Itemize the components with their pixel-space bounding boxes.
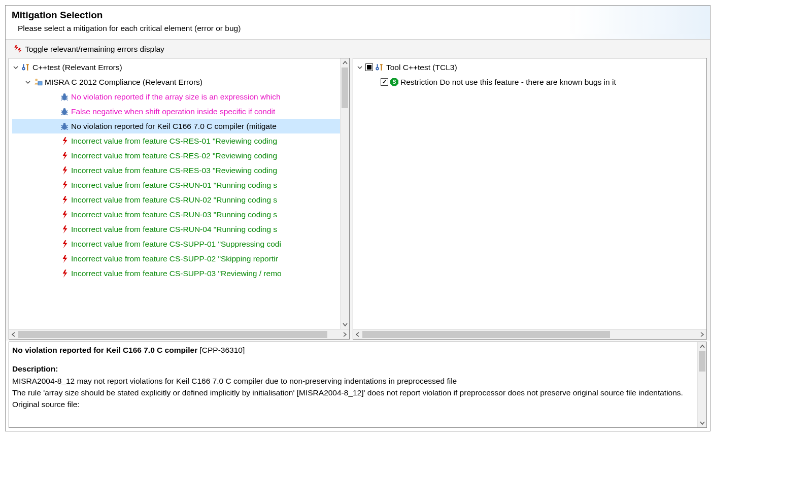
svg-point-7 <box>63 123 66 125</box>
tree-item[interactable]: No violation reported for Keil C166 7.0 … <box>12 119 349 133</box>
details-title-bold: No violation reported for Keil C166 7.0 … <box>12 346 197 354</box>
tree-node-tool[interactable]: Tool C++test (TCL3) <box>356 60 706 75</box>
scroll-up-icon[interactable] <box>698 342 706 351</box>
tree-item-label: Incorrect value from feature CS-RES-01 "… <box>71 133 277 148</box>
chevron-down-icon[interactable] <box>24 79 31 86</box>
page-subtitle: Please select a mitigation for each crit… <box>12 24 704 33</box>
tree-item[interactable]: False negative when shift operation insi… <box>12 104 349 119</box>
details-title-code: [CPP-36310] <box>197 346 245 354</box>
tree-item[interactable]: Incorrect value from feature CS-RUN-02 "… <box>12 192 349 207</box>
scroll-right-icon[interactable] <box>340 330 349 339</box>
tree-node-restriction[interactable]: S Restriction Do not use this feature - … <box>356 75 706 89</box>
mitigations-tree-pane: Tool C++test (TCL3) S Restriction Do not… <box>353 58 707 340</box>
mitigations-tree[interactable]: Tool C++test (TCL3) S Restriction Do not… <box>353 58 706 329</box>
tree-node-group[interactable]: MISRA C 2012 Compliance (Relevant Errors… <box>12 75 349 89</box>
details-pane: No violation reported for Keil C166 7.0 … <box>9 342 707 428</box>
tree-item-label: Incorrect value from feature CS-RUN-02 "… <box>71 192 277 207</box>
tree-item-label: Incorrect value from feature CS-RUN-01 "… <box>71 178 277 192</box>
description-line: MISRA2004-8_12 may not report violations… <box>12 375 696 387</box>
chevron-down-icon[interactable] <box>12 64 19 71</box>
tree-item-label: False negative when shift operation insi… <box>71 104 275 119</box>
tree-item[interactable]: Incorrect value from feature CS-SUPP-03 … <box>12 266 349 281</box>
svg-rect-1 <box>38 81 42 85</box>
description-line: Original source file: <box>12 398 696 410</box>
dialog-header: Mitigation Selection Please select a mit… <box>6 6 710 40</box>
mitigation-selection-window: Mitigation Selection Please select a mit… <box>5 5 710 431</box>
error-toggle-icon[interactable] <box>13 45 22 54</box>
tree-label: MISRA C 2012 Compliance (Relevant Errors… <box>45 75 202 89</box>
svg-point-0 <box>35 79 38 81</box>
svg-point-3 <box>63 93 66 96</box>
description-line: The rule 'array size should be stated ex… <box>12 387 696 398</box>
tree-item-label: Incorrect value from feature CS-SUPP-03 … <box>71 266 282 281</box>
bug-icon <box>60 107 69 116</box>
scroll-thumb[interactable] <box>362 331 610 338</box>
bug-icon <box>60 92 69 102</box>
scroll-thumb[interactable] <box>18 331 327 338</box>
page-title: Mitigation Selection <box>12 10 704 21</box>
tree-item-label: Incorrect value from feature CS-RES-02 "… <box>71 148 277 163</box>
restriction-badge-icon: S <box>390 78 398 86</box>
tree-item-label: No violation reported if the array size … <box>71 89 281 104</box>
scroll-left-icon[interactable] <box>9 330 18 339</box>
tree-item-label: No violation reported for Keil C166 7.0 … <box>71 119 277 133</box>
tree-item[interactable]: Incorrect value from feature CS-RUN-04 "… <box>12 222 349 237</box>
error-bolt-icon <box>60 151 69 160</box>
panels-row: C++test (Relevant Errors)MISRA C 2012 Co… <box>6 58 710 341</box>
tree-item[interactable]: Incorrect value from feature CS-SUPP-02 … <box>12 251 349 266</box>
error-bolt-icon <box>60 166 69 175</box>
tree-item[interactable]: Incorrect value from feature CS-RES-01 "… <box>12 133 349 148</box>
error-bolt-icon <box>60 254 69 263</box>
error-bolt-icon <box>60 240 69 249</box>
scroll-thumb[interactable] <box>342 68 348 108</box>
details-vscrollbar[interactable] <box>697 342 706 427</box>
scroll-down-icon[interactable] <box>698 418 706 427</box>
error-bolt-icon <box>60 181 69 190</box>
tree-item[interactable]: Incorrect value from feature CS-SUPP-01 … <box>12 237 349 251</box>
left-vscrollbar[interactable] <box>340 58 349 329</box>
scroll-right-icon[interactable] <box>697 330 706 339</box>
scroll-left-icon[interactable] <box>353 330 362 339</box>
tree-label: Restriction Do not use this feature - th… <box>400 75 616 89</box>
bug-icon <box>60 122 69 131</box>
toolbar: Toggle relevant/remaining errors display <box>6 40 710 58</box>
chevron-down-icon[interactable] <box>356 64 363 71</box>
person-folder-icon <box>33 78 43 87</box>
error-bolt-icon <box>60 195 69 205</box>
scroll-up-icon[interactable] <box>341 58 349 68</box>
tree-item-label: Incorrect value from feature CS-SUPP-02 … <box>71 251 278 266</box>
left-hscrollbar[interactable] <box>9 329 349 339</box>
error-bolt-icon <box>60 210 69 219</box>
error-bolt-icon <box>60 269 69 278</box>
right-hscrollbar[interactable] <box>353 329 706 339</box>
tree-item-label: Incorrect value from feature CS-RES-03 "… <box>71 163 277 178</box>
tree-item-label: Incorrect value from feature CS-SUPP-01 … <box>71 237 281 251</box>
error-bolt-icon <box>60 137 69 146</box>
tools-icon <box>21 63 30 72</box>
scroll-thumb[interactable] <box>699 351 705 372</box>
tree-item[interactable]: Incorrect value from feature CS-RUN-01 "… <box>12 178 349 192</box>
toggle-errors-label[interactable]: Toggle relevant/remaining errors display <box>25 45 164 54</box>
tristate-checkbox[interactable] <box>365 63 373 71</box>
svg-point-5 <box>63 108 66 111</box>
description-label: Description: <box>12 364 58 373</box>
tree-label: C++test (Relevant Errors) <box>32 60 122 75</box>
tree-item-label: Incorrect value from feature CS-RUN-04 "… <box>71 222 277 237</box>
tree-item-label: Incorrect value from feature CS-RUN-03 "… <box>71 207 277 222</box>
checkbox-checked[interactable] <box>381 78 388 86</box>
errors-tree-pane: C++test (Relevant Errors)MISRA C 2012 Co… <box>9 58 350 340</box>
tools-icon <box>375 63 384 72</box>
tree-label: Tool C++test (TCL3) <box>386 60 457 75</box>
error-bolt-icon <box>60 225 69 234</box>
errors-tree[interactable]: C++test (Relevant Errors)MISRA C 2012 Co… <box>9 58 349 329</box>
details-title: No violation reported for Keil C166 7.0 … <box>12 344 696 356</box>
tree-item[interactable]: Incorrect value from feature CS-RES-02 "… <box>12 148 349 163</box>
tree-item[interactable]: Incorrect value from feature CS-RUN-03 "… <box>12 207 349 222</box>
scroll-down-icon[interactable] <box>341 320 349 329</box>
tree-item[interactable]: No violation reported if the array size … <box>12 89 349 104</box>
tree-item[interactable]: Incorrect value from feature CS-RES-03 "… <box>12 163 349 178</box>
tree-node-root[interactable]: C++test (Relevant Errors) <box>12 60 349 75</box>
